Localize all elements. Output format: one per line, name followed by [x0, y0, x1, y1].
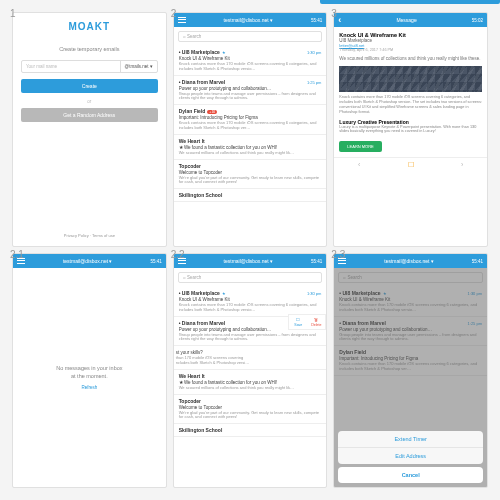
app-logo: MOAKT [68, 21, 110, 32]
search-input[interactable]: ⌕ Search [178, 272, 323, 283]
message-lead: We scoured millions of collections and t… [339, 56, 482, 62]
timer: 55:41 [311, 18, 322, 23]
star-icon: ★ [222, 291, 226, 296]
or-divider: or [87, 99, 91, 104]
random-address-button[interactable]: Get a Random Address [21, 108, 158, 122]
terms-link[interactable]: Terms of use [92, 233, 115, 238]
screen-inbox: testmail@disbox.net ▾ 55:41 ⌕ Search • U… [173, 12, 328, 247]
empty-line1: No messages in your inbox [56, 365, 122, 371]
decorative-top-bar [320, 0, 500, 4]
panel-number: 2.2 [171, 249, 185, 260]
panel-number: 3 [331, 8, 337, 19]
header-bar: testmail@disbox.net ▾ 55:41 [13, 254, 166, 268]
screen-action-sheet: testmail@disbox.net ▾ 55:41 ⌕ Search • U… [333, 253, 488, 488]
inbox-item[interactable]: • UI8 Marketplace★1:30 pmKnock UI & Wire… [174, 287, 327, 317]
inbox-item[interactable]: • Diana from Marvel1:25 pmPower up your … [174, 76, 327, 106]
mail-name-input[interactable]: Your mail name [22, 61, 120, 72]
bookmark-icon[interactable]: ☐ [408, 161, 414, 169]
inbox-list: • UI8 Marketplace★1:30 pmKnock UI & Wire… [174, 46, 327, 246]
panel-number: 2 [171, 8, 177, 19]
header-email[interactable]: testmail@disbox.net ▾ [224, 17, 273, 23]
back-icon[interactable]: ‹ [338, 15, 341, 25]
edit-address-option[interactable]: Edit Address [338, 448, 483, 464]
inbox-item[interactable]: TopcoderWelcome to TopcoderWe're glad yo… [174, 160, 327, 190]
header-bar: testmail@disbox.net ▾ 55:41 [174, 13, 327, 27]
inbox-item[interactable]: Skillington School [174, 189, 327, 202]
timer: 55:41 [472, 259, 483, 264]
tagline: Create temporary emails [59, 46, 119, 52]
message-caption: Knock contains more than 170 mobile iOS … [339, 95, 482, 115]
empty-line2: at the moment. [71, 373, 108, 379]
panel-number: 2.1 [10, 249, 24, 260]
header-email[interactable]: testmail@disbox.net ▾ [224, 258, 273, 264]
inbox-item[interactable]: TopcoderWelcome to TopcoderWe're glad yo… [174, 395, 327, 425]
screen-message-detail: ‹ Message 55:02 Knock UI & Wireframe Kit… [333, 12, 488, 247]
timer: 55:41 [311, 259, 322, 264]
header-bar: ‹ Message 55:02 [334, 13, 487, 27]
timer: 55:02 [472, 18, 483, 23]
count-badge: +16 [207, 110, 217, 114]
star-icon: ★ [222, 50, 226, 55]
screen-empty-inbox: testmail@disbox.net ▾ 55:41 No messages … [12, 253, 167, 488]
delete-action[interactable]: 🗑Delete [307, 315, 325, 329]
bottom-toolbar: ‹ ☐ › [334, 157, 487, 172]
inbox-item[interactable]: We Heart It★ We found a fantastic collec… [174, 135, 327, 160]
refresh-link[interactable]: Refresh [81, 385, 97, 390]
trash-icon: 🗑 [314, 317, 318, 322]
privacy-link[interactable]: Privacy Policy [64, 233, 89, 238]
domain-select[interactable]: @tmails.net ▾ [120, 61, 157, 72]
swipe-actions: ☐Save 🗑Delete [288, 314, 326, 330]
panel-number: 2.3 [331, 249, 345, 260]
header-bar: testmail@disbox.net ▾ 55:41 [334, 254, 487, 268]
inbox-item[interactable]: Skillington School [174, 424, 327, 437]
inbox-item[interactable]: We Heart It★ We found a fantastic collec… [174, 370, 327, 395]
message-hero-image [339, 66, 482, 92]
menu-icon[interactable] [178, 16, 186, 24]
search-input[interactable]: ⌕ Search [178, 31, 323, 42]
action-sheet: Extend Timer Edit Address Cancel [334, 427, 487, 487]
inbox-item[interactable]: Dylan Field+16Important: Introducing Pri… [174, 105, 327, 135]
screen-welcome: MOAKT Create temporary emails Your mail … [12, 12, 167, 247]
save-icon: ☐ [296, 317, 300, 322]
message-p2: Luxury is a multipurpose Keynote & Power… [339, 125, 482, 135]
email-input-row[interactable]: Your mail name @tmails.net ▾ [21, 60, 158, 73]
message-date: Thursday, April 6, 2017 7:46 PM [339, 48, 482, 52]
header-email[interactable]: testmail@disbox.net ▾ [63, 258, 112, 264]
save-action[interactable]: ☐Save [289, 315, 307, 329]
inbox-item[interactable]: • UI8 Marketplace★1:30 pmKnock UI & Wire… [174, 46, 327, 76]
timer: 55:41 [150, 259, 161, 264]
cancel-option[interactable]: Cancel [338, 467, 483, 483]
header-bar: testmail@disbox.net ▾ 55:41 [174, 254, 327, 268]
header-email[interactable]: testmail@disbox.net ▾ [384, 258, 433, 264]
create-button[interactable]: Create [21, 79, 158, 93]
screen-inbox-swipe: testmail@disbox.net ▾ 55:41 ⌕ Search • U… [173, 253, 328, 488]
learn-more-button[interactable]: LEARN MORE [339, 141, 381, 152]
header-title: Message [396, 17, 416, 23]
prev-icon[interactable]: ‹ [358, 161, 360, 169]
next-icon[interactable]: › [461, 161, 463, 169]
inbox-item-swiped[interactable]: st your skills?than 170 mobile iOS scree… [174, 346, 327, 370]
extend-timer-option[interactable]: Extend Timer [338, 431, 483, 448]
footer-links: Privacy Policy · Terms of use [64, 233, 115, 238]
